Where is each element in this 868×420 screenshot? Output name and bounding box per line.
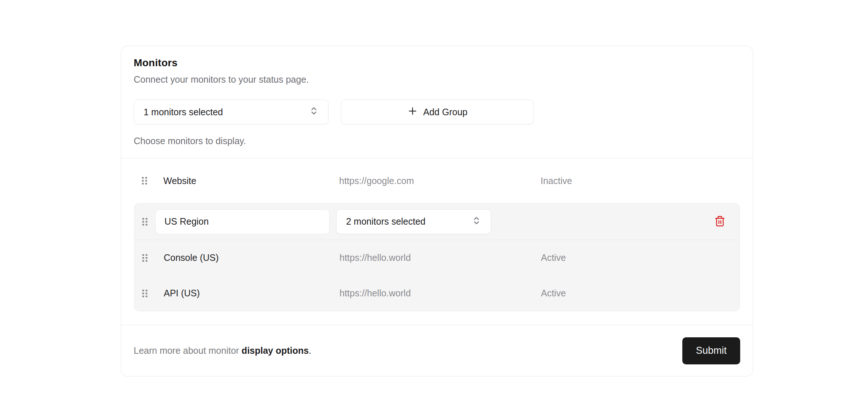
monitors-card: Monitors Connect your monitors to your s… [121,46,753,376]
monitor-name: Website [163,176,339,186]
submit-button[interactable]: Submit [682,337,740,364]
plus-icon [408,106,418,118]
drag-handle-icon[interactable] [142,217,148,226]
card-head: Monitors Connect your monitors to your s… [121,46,753,158]
monitors-select[interactable]: 1 monitors selected [134,100,329,124]
controls-row: 1 monitors selected Add Group [134,100,740,124]
page-title: Monitors [134,57,740,69]
monitor-name: API (US) [164,288,340,299]
group-name-input[interactable] [155,209,330,234]
monitor-status: Active [541,252,728,263]
monitor-row-website: Website https://google.com Inactive [121,158,753,203]
helper-text: Choose monitors to display. [134,135,740,146]
monitor-status: Active [541,288,728,299]
monitor-row-api-us: API (US) https://hello.world Active [134,275,739,311]
card-footer: Learn more about monitor display options… [121,325,753,376]
drag-handle-icon[interactable] [142,254,148,262]
monitor-group: 2 monitors selected [134,203,740,311]
spacer [121,311,753,325]
add-group-button[interactable]: Add Group [341,100,534,124]
monitor-name: Console (US) [164,252,340,263]
footer-note-suffix: . [309,345,311,356]
monitor-url: https://google.com [339,176,541,186]
footer-note-link[interactable]: display options [242,345,309,356]
drag-handle-icon[interactable] [141,176,148,185]
chevrons-up-down-icon [472,215,481,228]
group-select-value: 2 monitors selected [346,216,426,227]
footer-note-prefix: Learn more about monitor [134,345,242,356]
group-monitors-select[interactable]: 2 monitors selected [336,209,491,234]
trash-icon [714,215,726,228]
chevrons-up-down-icon [309,105,319,119]
monitor-url: https://hello.world [340,288,541,299]
page-subtitle: Connect your monitors to your status pag… [134,74,740,85]
group-header-row: 2 monitors selected [134,203,739,240]
add-group-label: Add Group [423,107,468,117]
drag-handle-icon[interactable] [142,289,148,298]
monitor-row-console-us: Console (US) https://hello.world Active [134,240,739,275]
monitor-list: Website https://google.com Inactive 2 mo… [121,158,753,325]
monitors-select-value: 1 monitors selected [144,107,223,117]
delete-group-button[interactable] [712,214,728,230]
footer-note: Learn more about monitor display options… [134,345,311,356]
monitor-status: Inactive [541,176,740,186]
monitor-url: https://hello.world [340,252,541,263]
